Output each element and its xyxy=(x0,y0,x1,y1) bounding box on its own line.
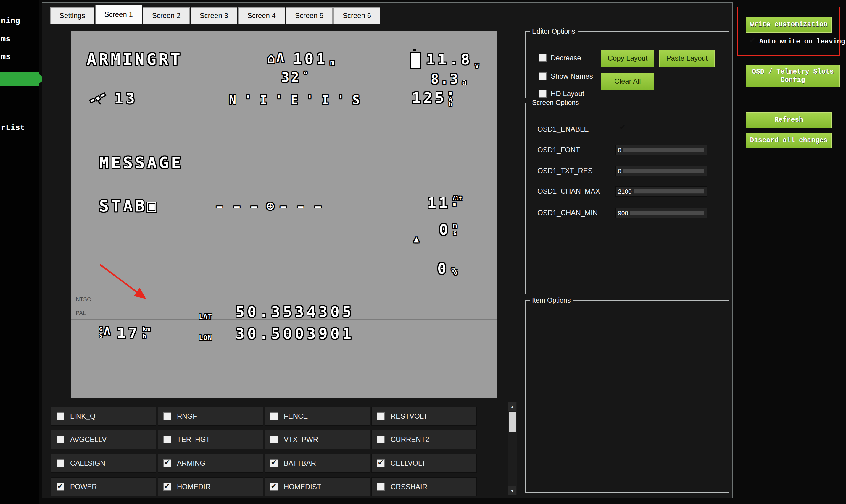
home-alt-unit: m xyxy=(330,59,335,66)
tab-screen-3[interactable]: Screen 3 xyxy=(191,7,237,24)
tab-screen-6[interactable]: Screen 6 xyxy=(333,7,380,24)
sidebar-item-fragment[interactable]: ning xyxy=(1,17,20,25)
checkbox[interactable] xyxy=(56,412,64,420)
osd-ground-speed[interactable]: GS Λ 17 kmh xyxy=(99,326,150,341)
osd-item-callsign[interactable]: CALLSIGN xyxy=(51,454,156,473)
osd1-chan-max-slider[interactable]: 2100 xyxy=(616,186,707,197)
tab-screen-5[interactable]: Screen 5 xyxy=(286,7,333,24)
write-customization-button[interactable]: Write customization xyxy=(746,17,831,33)
discard-all-changes-button[interactable]: Discard all changes xyxy=(746,133,831,148)
checkbox[interactable] xyxy=(163,460,171,467)
checkbox[interactable] xyxy=(539,72,547,80)
osd-item-rngf[interactable]: RNGF xyxy=(158,407,263,426)
osd-altitude[interactable]: 11 Altm xyxy=(427,196,462,211)
osd-consumed-mah[interactable]: 125 mAh xyxy=(412,90,452,107)
osd1-enable-checkbox[interactable] xyxy=(619,124,619,130)
clear-all-button[interactable]: Clear All xyxy=(601,73,654,90)
tab-screen-4[interactable]: Screen 4 xyxy=(238,7,285,24)
osd-item-power[interactable]: POWER xyxy=(51,478,156,496)
sidebar-item-selected[interactable] xyxy=(0,72,39,86)
copy-layout-button[interactable]: Copy Layout xyxy=(601,50,654,67)
osd1-chan-max-value: 2100 xyxy=(618,188,632,195)
osd-item-current2[interactable]: CURRENT2 xyxy=(372,430,477,449)
sidebar-item-fragment[interactable]: rList xyxy=(1,124,25,132)
osd-item-label: VTX_PWR xyxy=(284,435,318,444)
osd-item-arming[interactable]: ARMING xyxy=(158,454,263,473)
scroll-up-icon[interactable]: ▲ xyxy=(508,402,516,411)
osd-item-label: CALLSIGN xyxy=(70,459,105,467)
checkbox[interactable] xyxy=(163,436,171,444)
slider-track[interactable] xyxy=(630,211,704,215)
slider-track[interactable] xyxy=(634,189,704,194)
osd-item-link_q[interactable]: LINK_Q xyxy=(51,407,156,426)
show-names-checkbox-row[interactable]: Show Names xyxy=(539,72,593,80)
osd-telemetry-slots-config-button[interactable]: OSD / Telmetry Slots Config xyxy=(746,65,840,87)
osd-arming-text[interactable]: ARMINGRT xyxy=(87,51,183,67)
osd1-font-slider[interactable]: 0 xyxy=(616,145,707,155)
checkbox[interactable] xyxy=(163,412,171,420)
osd-item-cellvolt[interactable]: CELLVOLT xyxy=(372,454,477,473)
checkbox[interactable] xyxy=(270,436,278,444)
osd-item-crsshair[interactable]: CRSSHAIR xyxy=(372,478,477,496)
osd-longitude[interactable]: 30.5003901 xyxy=(236,326,354,341)
item-list-scrollbar[interactable]: ▲ ▼ xyxy=(508,402,517,496)
altitude-unit: Altm xyxy=(453,196,462,206)
osd-item-restvolt[interactable]: RESTVOLT xyxy=(372,407,477,426)
refresh-button[interactable]: Refresh xyxy=(746,112,831,128)
checkbox[interactable] xyxy=(56,460,64,467)
tab-screen-1[interactable]: Screen 1 xyxy=(95,5,142,24)
osd-battery-percent[interactable]: 0 % xyxy=(437,261,457,276)
checkbox[interactable] xyxy=(377,460,385,467)
lat-label: LAT xyxy=(199,313,212,320)
checkbox[interactable] xyxy=(163,483,171,491)
osd1-chan-min-slider[interactable]: 900 xyxy=(616,208,707,218)
osd-latitude[interactable]: 50.3534305 xyxy=(236,304,354,319)
osd-current[interactable]: 8.3 a xyxy=(431,73,467,86)
osd-item-vtx_pwr[interactable]: VTX_PWR xyxy=(264,430,370,449)
checkbox[interactable] xyxy=(539,90,547,97)
checkbox[interactable] xyxy=(377,436,385,444)
osd-item-ter_hgt[interactable]: TER_HGT xyxy=(158,430,263,449)
tab-screen-2[interactable]: Screen 2 xyxy=(143,7,190,24)
osd-flight-mode[interactable]: STAB ▣ xyxy=(99,198,156,214)
scroll-down-icon[interactable]: ▼ xyxy=(508,486,516,495)
osd1-txt-res-slider[interactable]: 0 xyxy=(616,166,707,176)
osd-compass[interactable]: N ' I ' E ' I ' S xyxy=(229,94,360,106)
slider-track[interactable] xyxy=(623,169,704,173)
hd-layout-checkbox-row[interactable]: HD Layout xyxy=(539,90,584,98)
sidebar-item-fragment[interactable]: ms xyxy=(1,53,10,61)
osd-item-fence[interactable]: FENCE xyxy=(264,407,370,426)
checkbox[interactable] xyxy=(377,412,385,420)
osd-item-homedist[interactable]: HOMEDIST xyxy=(264,478,370,496)
decrease-checkbox-row[interactable]: Decrease xyxy=(539,54,581,62)
osd-horizon-crosshair[interactable]: — — — ⊕ — — — xyxy=(217,202,324,212)
osd1-txt-res-label: OSD1_TXT_RES xyxy=(537,167,593,175)
osd-climb-rate[interactable]: 0 ms xyxy=(439,222,457,237)
slider-track[interactable] xyxy=(623,148,704,152)
osd-battery-voltage[interactable]: 11.8 v xyxy=(410,52,479,69)
checkbox[interactable] xyxy=(270,460,278,467)
checkbox[interactable] xyxy=(56,483,64,491)
checkbox[interactable] xyxy=(377,483,385,491)
osd-home-altitude[interactable]: ⌂ Λ 101 m xyxy=(267,51,335,66)
tab-settings[interactable]: Settings xyxy=(50,7,94,24)
checkbox[interactable] xyxy=(539,54,547,62)
osd-satellite-count[interactable]: 13 xyxy=(89,91,137,106)
paste-layout-button[interactable]: Paste Layout xyxy=(659,50,714,67)
osd-item-label: HOMEDIR xyxy=(177,483,210,491)
scrollbar-thumb[interactable] xyxy=(509,412,516,432)
screen-options-title: Screen Options xyxy=(530,99,582,107)
osd-message[interactable]: MESSAGE xyxy=(99,155,183,171)
osd-item-homedir[interactable]: HOMEDIR xyxy=(158,478,263,496)
sidebar-item-fragment[interactable]: ms xyxy=(1,35,10,44)
auto-write-checkbox[interactable] xyxy=(749,37,749,43)
checkbox[interactable] xyxy=(56,436,64,444)
osd-item-battbar[interactable]: BATTBAR xyxy=(264,454,370,473)
consumed-unit: mAh xyxy=(449,90,452,107)
checkbox[interactable] xyxy=(270,412,278,420)
osd-preview[interactable]: ARMINGRT ⌂ Λ 101 m 32 ° 11.8 v 8.3 a xyxy=(71,31,497,398)
osd-item-avgcellv[interactable]: AVGCELLV xyxy=(51,430,156,449)
osd-heading[interactable]: 32 ° xyxy=(281,71,308,84)
ground-speed-icon: GS xyxy=(99,326,103,339)
checkbox[interactable] xyxy=(270,483,278,491)
